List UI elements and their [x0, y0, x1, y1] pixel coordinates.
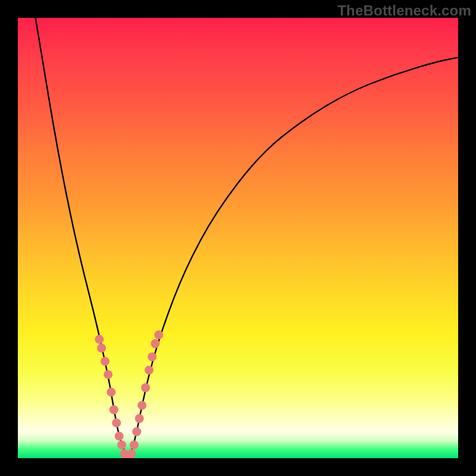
curve-svg — [18, 18, 458, 458]
marker-dot — [132, 427, 141, 436]
marker-dot — [145, 366, 154, 375]
marker-dot — [104, 370, 112, 379]
marker-dot — [151, 339, 159, 348]
chart-frame: TheBottleneck.com — [0, 0, 476, 476]
watermark-text: TheBottleneck.com — [337, 2, 471, 19]
bottleneck-curve — [36, 18, 458, 456]
marker-dot — [95, 335, 104, 344]
marker-dot — [137, 401, 146, 410]
marker-dot — [148, 352, 156, 361]
marker-dot — [130, 440, 139, 449]
highlight-dots — [95, 330, 163, 458]
marker-dot — [97, 344, 106, 353]
marker-dot — [154, 330, 163, 339]
marker-dot — [109, 405, 118, 414]
marker-dot — [107, 388, 115, 397]
marker-dot — [135, 414, 144, 423]
marker-dot — [117, 440, 126, 449]
marker-dot — [141, 383, 150, 392]
marker-dot — [127, 449, 136, 458]
plot-area — [18, 18, 458, 458]
marker-dot — [112, 418, 121, 427]
marker-dot — [101, 357, 109, 366]
marker-dot — [115, 432, 124, 441]
